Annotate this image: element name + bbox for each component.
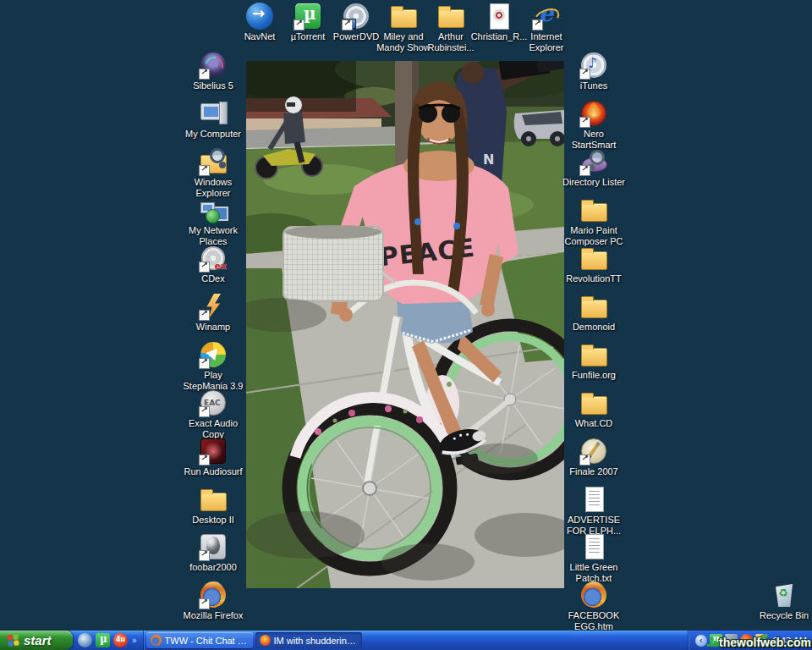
itunes-icon [579,51,608,80]
firefox-icon [199,581,228,609]
taskbar: start » TWW - Chit Chat - M... IM with s… [0,631,812,650]
stepmania-icon [199,340,228,369]
desktop-icon-exact-audio-copy[interactable]: Exact Audio Copy [181,388,245,439]
window-button-label: TWW - Chit Chat - M... [165,636,249,646]
firefox-icon [579,581,608,609]
desktop-icon-funfile[interactable]: Funfile.org [562,340,626,381]
audiosurf-icon [199,437,228,465]
desktop-icon-revolutiontt[interactable]: RevolutionTT [562,244,626,284]
taskbar-window-tww[interactable]: TWW - Chit Chat - M... [146,632,253,648]
icon-label: foobar2000 [181,562,245,573]
icon-label: CDex [181,273,245,284]
shortcut-arrow-icon [579,117,590,128]
shortcut-arrow-icon [199,262,210,273]
cdex-icon [199,244,228,273]
start-label: start [24,633,52,647]
recycle-bin-icon [770,581,798,609]
desktop-icon-directory-lister[interactable]: Directory Lister [562,147,626,188]
tray-collapse-chevron[interactable]: ‹ [695,635,707,647]
internet-explorer-icon [532,2,561,30]
network-places-icon [199,196,228,224]
desktop-icon-what-cd[interactable]: What.CD [562,388,626,429]
shortcut-arrow-icon [579,69,590,80]
icon-label: FACEBOOK EGG.htm [562,610,626,631]
icon-label: Demonoid [562,322,626,333]
shortcut-arrow-icon [199,310,210,321]
taskbar-window-im[interactable]: IM with shudderingspl... [255,632,362,648]
navnet-icon [245,2,274,30]
start-button[interactable]: start [0,631,73,650]
desktop-icon-nero-startsmart[interactable]: Nero StartSmart [562,99,626,150]
folder-icon [579,196,608,224]
windows-explorer-icon [199,147,228,176]
desktop-icon-desktop-ii[interactable]: Desktop II [181,485,245,526]
finale-icon [579,437,608,465]
text-document-icon [579,532,608,561]
shortcut-arrow-icon [199,69,210,80]
desktop-icon-itunes[interactable]: iTunes [562,51,626,91]
icon-label: Recycle Bin [752,610,812,621]
icon-label: RevolutionTT [562,273,626,284]
icon-label: Mozilla Firefox [181,610,245,621]
powerdvd-icon [342,2,370,30]
desktop[interactable]: N [0,0,812,631]
desktop-icon-winamp[interactable]: Winamp [181,292,245,333]
folder-icon [199,485,228,514]
shortcut-arrow-icon [342,19,353,30]
icon-label: Run Audiosurf [181,466,245,477]
shortcut-arrow-icon [199,598,210,609]
my-computer-icon [199,99,228,128]
directory-lister-icon [579,147,608,176]
icon-label: Funfile.org [562,370,626,381]
icon-label: Sibelius 5 [181,80,245,91]
icon-label: Winamp [181,322,245,333]
desktop-icon-run-audiosurf[interactable]: Run Audiosurf [181,437,245,477]
quicklaunch-overflow-chevron[interactable]: » [132,636,137,645]
desktop-icon-finale-2007[interactable]: Finale 2007 [562,437,626,477]
icon-label: iTunes [562,80,626,91]
shortcut-arrow-icon [294,19,304,30]
desktop-icon-windows-explorer[interactable]: Windows Explorer [181,147,245,198]
utorrent-quicklaunch-icon[interactable] [96,633,110,647]
desktop-icon-little-green-patch[interactable]: Little Green Patch.txt [562,532,626,583]
desktop-icon-internet-explorer[interactable]: Internet Explorer [514,2,579,52]
eac-icon [199,388,228,417]
desktop-icon-cdex[interactable]: CDex [181,244,245,284]
desktop-icon-demonoid[interactable]: Demonoid [562,292,626,333]
shortcut-arrow-icon [579,165,590,176]
cd-document-icon [485,2,513,30]
desktop-icon-sibelius-5[interactable]: Sibelius 5 [181,51,245,91]
browser-quicklaunch-icon[interactable] [78,633,92,647]
icon-label: Directory Lister [562,177,626,188]
icon-label: Internet Explorer [514,31,579,52]
watermark: thewolfweb.com [706,636,811,649]
desktop-icon-foobar2000[interactable]: foobar2000 [181,532,245,573]
desktop-icon-recycle-bin[interactable]: Recycle Bin [752,581,812,621]
red-app-quicklaunch-icon[interactable] [113,633,128,647]
wallpaper-photo: N [246,61,564,588]
quick-launch: » [73,631,144,650]
folder-icon [579,388,608,417]
windows-flag-icon [7,634,19,647]
window-button-label: IM with shudderingspl... [274,636,358,646]
icon-label: Finale 2007 [562,466,626,477]
utorrent-icon [294,2,322,30]
shortcut-arrow-icon [199,550,210,561]
text-document-icon [579,485,608,514]
shortcut-arrow-icon [199,165,210,176]
icon-label: My Computer [181,129,245,140]
desktop-icon-my-computer[interactable]: My Computer [181,99,245,140]
winamp-icon [199,292,228,321]
folder-icon [579,340,608,369]
folder-icon [436,2,465,30]
desktop-icon-play-stepmania[interactable]: Play StepMania 3.9 [181,340,245,391]
nero-icon [579,99,608,128]
desktop-icon-mario-paint-composer[interactable]: Mario Paint Composer PC [562,196,626,246]
desktop-icon-my-network-places[interactable]: My Network Places [181,196,245,246]
firefox-window-icon [151,635,162,646]
aim-window-icon [260,635,271,646]
desktop-icon-facebook-egg[interactable]: FACEBOOK EGG.htm [562,581,626,631]
desktop-icon-advertise-for-elph[interactable]: ADVERTISE FOR ELPH... [562,485,626,536]
desktop-icon-mozilla-firefox[interactable]: Mozilla Firefox [181,581,245,621]
foobar2000-icon [199,532,228,561]
